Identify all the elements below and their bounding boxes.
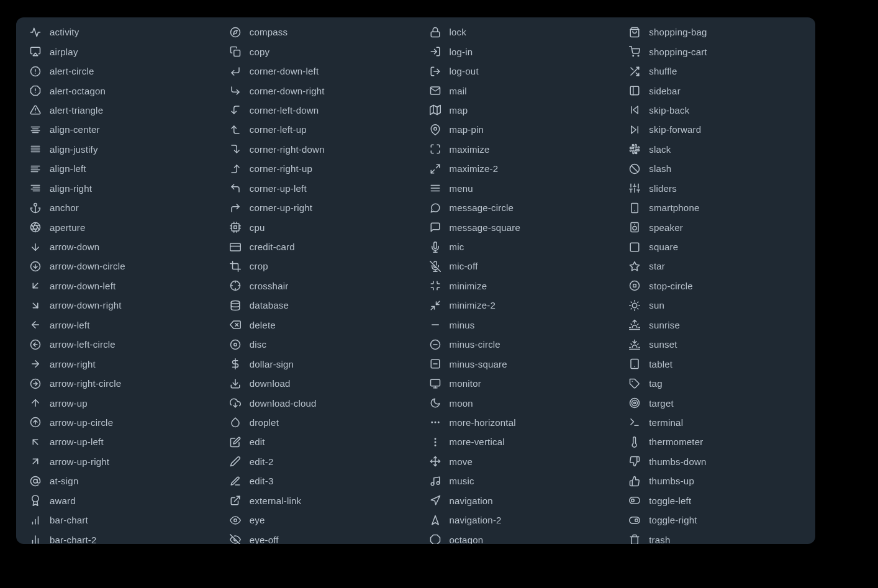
icon-item-edit[interactable]: edit bbox=[216, 432, 416, 451]
icon-item-target[interactable]: target bbox=[615, 393, 815, 412]
icon-item-arrow-down-circle[interactable]: arrow-down-circle bbox=[16, 256, 216, 276]
icon-item-corner-right-down[interactable]: corner-right-down bbox=[216, 140, 416, 159]
icon-item-cpu[interactable]: cpu bbox=[216, 217, 416, 237]
icon-item-arrow-down-right[interactable]: arrow-down-right bbox=[16, 296, 216, 315]
icon-item-tag[interactable]: tag bbox=[615, 374, 815, 393]
icon-item-compass[interactable]: compass bbox=[216, 22, 416, 42]
icon-item-alert-circle[interactable]: alert-circle bbox=[16, 61, 216, 81]
icon-item-download[interactable]: download bbox=[216, 374, 416, 393]
icon-item-star[interactable]: star bbox=[615, 256, 815, 276]
icon-item-smartphone[interactable]: smartphone bbox=[615, 198, 815, 217]
icon-item-airplay[interactable]: airplay bbox=[16, 42, 216, 61]
icon-item-octagon[interactable]: octagon bbox=[416, 530, 616, 544]
icon-item-corner-up-left[interactable]: corner-up-left bbox=[216, 179, 416, 198]
icon-item-anchor[interactable]: anchor bbox=[16, 198, 216, 217]
icon-item-tablet[interactable]: tablet bbox=[615, 354, 815, 373]
icon-item-slash[interactable]: slash bbox=[615, 159, 815, 178]
icon-item-slack[interactable]: slack bbox=[615, 140, 815, 159]
icon-item-bar-chart-2[interactable]: bar-chart-2 bbox=[16, 530, 216, 544]
icon-item-mic-off[interactable]: mic-off bbox=[416, 256, 616, 276]
icon-item-thumbs-up[interactable]: thumbs-up bbox=[615, 471, 815, 491]
icon-item-log-out[interactable]: log-out bbox=[416, 61, 616, 81]
icon-item-message-circle[interactable]: message-circle bbox=[416, 198, 616, 217]
icon-item-edit-3[interactable]: edit-3 bbox=[216, 471, 416, 491]
icon-item-arrow-up-circle[interactable]: arrow-up-circle bbox=[16, 413, 216, 432]
icon-item-database[interactable]: database bbox=[216, 296, 416, 315]
icon-item-mail[interactable]: mail bbox=[416, 81, 616, 100]
icon-item-align-justify[interactable]: align-justify bbox=[16, 140, 216, 159]
icon-item-toggle-right[interactable]: toggle-right bbox=[615, 510, 815, 530]
icon-item-activity[interactable]: activity bbox=[16, 22, 216, 42]
icon-item-minimize-2[interactable]: minimize-2 bbox=[416, 296, 616, 315]
icon-item-minimize[interactable]: minimize bbox=[416, 276, 616, 296]
icon-item-log-in[interactable]: log-in bbox=[416, 42, 616, 61]
icon-item-arrow-left-circle[interactable]: arrow-left-circle bbox=[16, 335, 216, 354]
icon-item-credit-card[interactable]: credit-card bbox=[216, 237, 416, 256]
icon-item-sunrise[interactable]: sunrise bbox=[615, 315, 815, 335]
icon-item-navigation-2[interactable]: navigation-2 bbox=[416, 510, 616, 530]
icon-item-corner-left-up[interactable]: corner-left-up bbox=[216, 120, 416, 139]
icon-item-arrow-down[interactable]: arrow-down bbox=[16, 237, 216, 256]
icon-item-trash[interactable]: trash bbox=[615, 530, 815, 544]
icon-item-menu[interactable]: menu bbox=[416, 179, 616, 198]
icon-item-navigation[interactable]: navigation bbox=[416, 491, 616, 510]
icon-item-arrow-right-circle[interactable]: arrow-right-circle bbox=[16, 374, 216, 393]
icon-item-at-sign[interactable]: at-sign bbox=[16, 471, 216, 491]
icon-item-move[interactable]: move bbox=[416, 452, 616, 471]
icon-item-dollar-sign[interactable]: dollar-sign bbox=[216, 354, 416, 373]
icon-item-message-square[interactable]: message-square bbox=[416, 217, 616, 237]
icon-item-sliders[interactable]: sliders bbox=[615, 179, 815, 198]
icon-item-crop[interactable]: crop bbox=[216, 256, 416, 276]
icon-item-map[interactable]: map bbox=[416, 101, 616, 120]
icon-item-toggle-left[interactable]: toggle-left bbox=[615, 491, 815, 510]
icon-item-corner-left-down[interactable]: corner-left-down bbox=[216, 101, 416, 120]
icon-item-monitor[interactable]: monitor bbox=[416, 374, 616, 393]
icon-item-arrow-up-right[interactable]: arrow-up-right bbox=[16, 452, 216, 471]
icon-item-skip-forward[interactable]: skip-forward bbox=[615, 120, 815, 139]
icon-item-lock[interactable]: lock bbox=[416, 22, 616, 42]
icon-item-align-left[interactable]: align-left bbox=[16, 159, 216, 178]
icon-item-copy[interactable]: copy bbox=[216, 42, 416, 61]
icon-item-corner-right-up[interactable]: corner-right-up bbox=[216, 159, 416, 178]
icon-item-align-right[interactable]: align-right bbox=[16, 179, 216, 198]
icon-item-eye[interactable]: eye bbox=[216, 510, 416, 530]
icon-item-droplet[interactable]: droplet bbox=[216, 413, 416, 432]
icon-item-moon[interactable]: moon bbox=[416, 393, 616, 412]
icon-item-map-pin[interactable]: map-pin bbox=[416, 120, 616, 139]
icon-item-sidebar[interactable]: sidebar bbox=[615, 81, 815, 100]
icon-item-mic[interactable]: mic bbox=[416, 237, 616, 256]
icon-item-minus[interactable]: minus bbox=[416, 315, 616, 335]
icon-item-alert-triangle[interactable]: alert-triangle bbox=[16, 101, 216, 120]
icon-item-arrow-down-left[interactable]: arrow-down-left bbox=[16, 276, 216, 296]
icon-item-stop-circle[interactable]: stop-circle bbox=[615, 276, 815, 296]
icon-item-maximize[interactable]: maximize bbox=[416, 140, 616, 159]
icon-item-shuffle[interactable]: shuffle bbox=[615, 61, 815, 81]
icon-item-align-center[interactable]: align-center bbox=[16, 120, 216, 139]
icon-item-external-link[interactable]: external-link bbox=[216, 491, 416, 510]
icon-item-crosshair[interactable]: crosshair bbox=[216, 276, 416, 296]
icon-item-alert-octagon[interactable]: alert-octagon bbox=[16, 81, 216, 100]
icon-item-edit-2[interactable]: edit-2 bbox=[216, 452, 416, 471]
icon-item-square[interactable]: square bbox=[615, 237, 815, 256]
icon-item-download-cloud[interactable]: download-cloud bbox=[216, 393, 416, 412]
icon-item-speaker[interactable]: speaker bbox=[615, 217, 815, 237]
icon-item-arrow-up-left[interactable]: arrow-up-left bbox=[16, 432, 216, 451]
icon-item-more-horizontal[interactable]: more-horizontal bbox=[416, 413, 616, 432]
icon-item-skip-back[interactable]: skip-back bbox=[615, 101, 815, 120]
icon-item-music[interactable]: music bbox=[416, 471, 616, 491]
icon-item-thermometer[interactable]: thermometer bbox=[615, 432, 815, 451]
icon-item-shopping-cart[interactable]: shopping-cart bbox=[615, 42, 815, 61]
icon-item-corner-down-right[interactable]: corner-down-right bbox=[216, 81, 416, 100]
icon-item-arrow-up[interactable]: arrow-up bbox=[16, 393, 216, 412]
icon-item-corner-down-left[interactable]: corner-down-left bbox=[216, 61, 416, 81]
icon-item-disc[interactable]: disc bbox=[216, 335, 416, 354]
icon-item-arrow-right[interactable]: arrow-right bbox=[16, 354, 216, 373]
icon-item-shopping-bag[interactable]: shopping-bag bbox=[615, 22, 815, 42]
icon-item-sunset[interactable]: sunset bbox=[615, 335, 815, 354]
icon-item-minus-square[interactable]: minus-square bbox=[416, 354, 616, 373]
icon-item-sun[interactable]: sun bbox=[615, 296, 815, 315]
icon-item-corner-up-right[interactable]: corner-up-right bbox=[216, 198, 416, 217]
icon-item-delete[interactable]: delete bbox=[216, 315, 416, 335]
icon-item-more-vertical[interactable]: more-vertical bbox=[416, 432, 616, 451]
icon-item-maximize-2[interactable]: maximize-2 bbox=[416, 159, 616, 178]
